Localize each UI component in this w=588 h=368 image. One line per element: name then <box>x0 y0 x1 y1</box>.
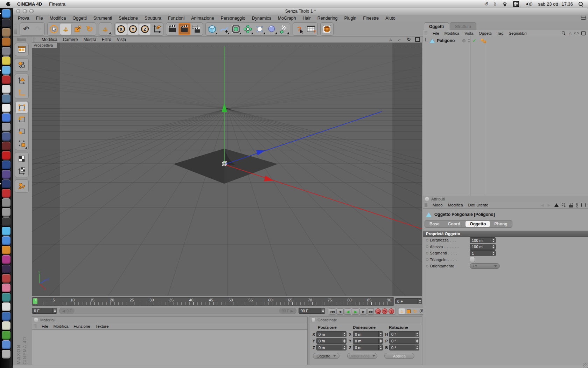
link-icon[interactable] <box>576 203 578 207</box>
stepper[interactable] <box>415 345 419 350</box>
window-titlebar[interactable]: Senza Titolo 1 * <box>13 8 588 15</box>
rotation-p-field[interactable]: 0 ° <box>389 338 419 344</box>
visibility-toggles[interactable] <box>468 39 470 42</box>
search-icon[interactable] <box>562 203 566 207</box>
object-manager-menu-item[interactable]: Segnalibri <box>509 31 526 35</box>
notes-app[interactable] <box>2 321 11 330</box>
rotate-tool-button[interactable]: ↻ <box>84 23 96 35</box>
materials-title[interactable]: Materiali <box>32 317 307 323</box>
menu-item[interactable]: Strumenti <box>93 16 112 21</box>
contacts[interactable] <box>2 28 11 37</box>
edge-mode-button[interactable] <box>15 114 28 125</box>
record-keyframe-button[interactable] <box>375 308 381 314</box>
eye-icon[interactable] <box>574 32 579 34</box>
lock-y-axis-button[interactable]: Y <box>127 23 139 35</box>
folder-magenta[interactable] <box>2 255 11 264</box>
layout-button[interactable] <box>15 43 28 55</box>
film-app[interactable] <box>2 132 11 141</box>
texture-axis-mode-button[interactable] <box>15 165 28 177</box>
coordinate-system-button[interactable] <box>151 23 163 35</box>
object-manager-menu-item[interactable]: Oggetti <box>479 31 492 35</box>
next-key-button[interactable]: |▶ <box>359 308 367 315</box>
tools-pink[interactable] <box>2 284 11 293</box>
attributes-menu-item[interactable]: Dati Utente <box>468 203 489 207</box>
object-manager-menu-item[interactable]: File <box>433 31 439 35</box>
orientation-dropdown[interactable]: +Y <box>470 263 500 269</box>
wifi-icon[interactable] <box>502 2 507 6</box>
object-name[interactable]: Poligono <box>437 38 455 43</box>
point-mode-button[interactable] <box>15 102 28 114</box>
menu-item[interactable]: Rendering <box>317 16 338 21</box>
position-x-field[interactable]: 0 m <box>316 331 346 337</box>
animation-dot-icon[interactable] <box>426 245 428 248</box>
layout-window-icon[interactable] <box>581 16 586 20</box>
stepper[interactable] <box>378 345 383 350</box>
folder[interactable] <box>2 340 11 349</box>
current-frame-field[interactable]: 0 F <box>32 308 57 314</box>
camera-zoom-icon[interactable]: ↕ <box>396 36 403 43</box>
tab-coord[interactable]: Coord. <box>444 221 466 227</box>
position-z-field[interactable]: 0 m <box>316 345 346 350</box>
travel-app[interactable] <box>2 94 11 103</box>
object-properties-section[interactable]: Proprietà Oggetto <box>423 231 588 237</box>
texture-mode-button[interactable] <box>15 153 28 165</box>
panel-checkbox[interactable] <box>311 318 315 322</box>
layer-dot-icon[interactable] <box>462 39 465 42</box>
scissors-app[interactable] <box>2 302 11 312</box>
terminal-app[interactable] <box>2 293 11 302</box>
commander-button[interactable]: ? <box>305 23 317 35</box>
skype[interactable] <box>2 227 11 236</box>
triangle-checkbox[interactable] <box>470 257 475 262</box>
range-start-handle[interactable]: ◀ 0 F <box>59 308 75 314</box>
stepper[interactable] <box>418 299 422 304</box>
rotation-b-field[interactable]: 0 ° <box>389 345 419 350</box>
move-tool-button[interactable]: ↔↕ <box>60 23 72 35</box>
red-app[interactable] <box>2 189 11 198</box>
stepper[interactable] <box>342 332 346 337</box>
panel-checkbox[interactable] <box>34 318 38 322</box>
rotation-h-field[interactable]: 0 ° <box>389 331 419 337</box>
after-effects[interactable] <box>2 170 11 179</box>
render-settings-button[interactable] <box>190 23 202 35</box>
video-app[interactable] <box>2 217 11 226</box>
trash[interactable] <box>2 350 11 359</box>
dimension-dropdown[interactable]: Dimensione <box>347 353 377 359</box>
finder[interactable] <box>2 9 11 18</box>
preview-range-slider[interactable]: ◀ 0 F 90 F ▶ <box>59 308 296 314</box>
apple-icon[interactable] <box>6 1 11 6</box>
home-icon[interactable]: ⌂ <box>569 31 572 36</box>
modeling-app[interactable] <box>2 208 11 217</box>
record-rotation-toggle[interactable]: ↻ <box>412 308 418 314</box>
camera-pan-icon[interactable]: ↔↕ <box>388 37 393 42</box>
zbrush[interactable] <box>2 198 11 207</box>
autokeying-button[interactable]: ↻ <box>382 308 387 314</box>
render-picture-viewer-button[interactable] <box>178 23 190 35</box>
quicktime[interactable] <box>2 113 11 122</box>
play-backwards-button[interactable]: ◀ <box>344 308 351 315</box>
height-field[interactable]: 100 m <box>470 244 496 250</box>
viewport-menu-item[interactable]: Filtro <box>102 37 111 42</box>
menu-item[interactable]: Plugin <box>344 16 356 21</box>
menu-item[interactable]: File <box>36 16 43 21</box>
volume-icon[interactable]: ◄))) <box>525 2 532 6</box>
arrow-icon[interactable] <box>554 203 559 207</box>
viewport-canvas[interactable]: Prospettiva Y Z X <box>32 43 422 296</box>
bluetooth-icon[interactable]: ᛒ <box>494 1 497 7</box>
toggle-view-icon[interactable] <box>415 37 420 42</box>
play-forwards-button[interactable]: ▶ <box>352 308 359 315</box>
menu-item[interactable]: Struttura <box>145 16 161 21</box>
pokerstars[interactable] <box>2 75 11 84</box>
photos[interactable] <box>2 38 11 47</box>
stepper[interactable] <box>415 338 419 343</box>
viewport-menu-item[interactable]: Modifica <box>42 37 57 42</box>
spotlight-icon[interactable] <box>579 2 583 6</box>
menu-item[interactable]: Aiuto <box>385 16 396 21</box>
menu-item[interactable]: Funzioni <box>168 16 184 21</box>
add-primitive-cube-button[interactable] <box>206 23 218 35</box>
tab-objects[interactable]: Oggetti <box>424 22 449 30</box>
coordinates-title[interactable]: Coordinate <box>309 317 422 323</box>
frame-field[interactable]: 0 F <box>395 298 422 304</box>
object-manager-menu-item[interactable]: Vista <box>464 31 473 35</box>
materials-menu-item[interactable]: Modifica <box>54 324 69 328</box>
snap-settings-button[interactable] <box>15 180 28 192</box>
